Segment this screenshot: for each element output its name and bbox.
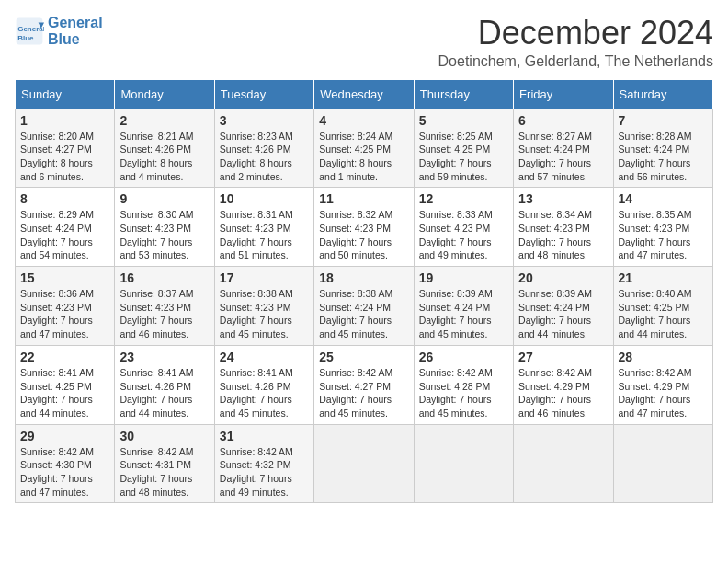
calendar-cell: 10Sunrise: 8:31 AMSunset: 4:23 PMDayligh… [214, 188, 313, 267]
day-info: Sunrise: 8:37 AMSunset: 4:23 PMDaylight:… [119, 287, 209, 341]
day-number: 24 [220, 350, 309, 364]
day-number: 7 [619, 113, 708, 128]
day-number: 28 [619, 350, 708, 364]
calendar-cell: 3Sunrise: 8:23 AMSunset: 4:26 PMDaylight… [214, 109, 313, 188]
day-info: Sunrise: 8:38 AMSunset: 4:24 PMDaylight:… [319, 287, 408, 341]
calendar-cell: 27Sunrise: 8:42 AMSunset: 4:29 PMDayligh… [514, 345, 613, 424]
calendar-cell [613, 424, 712, 503]
day-info: Sunrise: 8:23 AMSunset: 4:26 PMDaylight:… [220, 130, 309, 184]
day-number: 30 [119, 429, 209, 443]
calendar-week-3: 15Sunrise: 8:36 AMSunset: 4:23 PMDayligh… [16, 267, 713, 346]
day-number: 10 [220, 191, 309, 206]
calendar-cell: 19Sunrise: 8:39 AMSunset: 4:24 PMDayligh… [414, 267, 513, 346]
day-number: 3 [220, 113, 309, 128]
day-info: Sunrise: 8:38 AMSunset: 4:23 PMDaylight:… [220, 287, 309, 341]
day-info: Sunrise: 8:33 AMSunset: 4:23 PMDaylight:… [419, 208, 508, 262]
weekday-header-friday: Friday [514, 79, 613, 109]
logo-icon: General Blue [15, 17, 44, 46]
day-number: 21 [619, 270, 708, 285]
subtitle: Doetinchem, Gelderland, The Netherlands [438, 53, 713, 70]
calendar-cell: 24Sunrise: 8:41 AMSunset: 4:26 PMDayligh… [214, 345, 313, 424]
calendar-cell: 18Sunrise: 8:38 AMSunset: 4:24 PMDayligh… [314, 267, 414, 346]
weekday-header-saturday: Saturday [613, 79, 712, 109]
calendar-cell: 2Sunrise: 8:21 AMSunset: 4:26 PMDaylight… [115, 109, 214, 188]
day-info: Sunrise: 8:32 AMSunset: 4:23 PMDaylight:… [319, 208, 408, 262]
header: General Blue General Blue December 2024 … [15, 15, 713, 70]
day-info: Sunrise: 8:24 AMSunset: 4:25 PMDaylight:… [319, 130, 408, 184]
day-number: 25 [319, 350, 408, 364]
calendar-cell: 13Sunrise: 8:34 AMSunset: 4:23 PMDayligh… [514, 188, 613, 267]
day-info: Sunrise: 8:30 AMSunset: 4:23 PMDaylight:… [119, 208, 209, 262]
day-number: 27 [518, 350, 608, 364]
day-info: Sunrise: 8:42 AMSunset: 4:32 PMDaylight:… [220, 445, 309, 500]
calendar-week-1: 1Sunrise: 8:20 AMSunset: 4:27 PMDaylight… [16, 109, 713, 188]
day-info: Sunrise: 8:42 AMSunset: 4:29 PMDaylight:… [518, 366, 608, 420]
day-info: Sunrise: 8:34 AMSunset: 4:23 PMDaylight:… [518, 208, 608, 262]
day-number: 11 [319, 191, 408, 206]
calendar-cell: 5Sunrise: 8:25 AMSunset: 4:25 PMDaylight… [414, 109, 513, 188]
calendar-table: SundayMondayTuesdayWednesdayThursdayFrid… [15, 79, 713, 504]
day-number: 8 [20, 191, 109, 206]
calendar-cell: 17Sunrise: 8:38 AMSunset: 4:23 PMDayligh… [214, 267, 313, 346]
logo-text: General Blue [48, 15, 103, 47]
day-number: 31 [220, 429, 309, 443]
calendar-cell [514, 424, 613, 503]
day-number: 15 [20, 270, 109, 285]
calendar-cell [314, 424, 414, 503]
day-number: 18 [319, 270, 408, 285]
calendar-week-4: 22Sunrise: 8:41 AMSunset: 4:25 PMDayligh… [16, 345, 713, 424]
calendar-cell: 25Sunrise: 8:42 AMSunset: 4:27 PMDayligh… [314, 345, 414, 424]
calendar-cell: 9Sunrise: 8:30 AMSunset: 4:23 PMDaylight… [115, 188, 214, 267]
day-number: 29 [20, 429, 109, 443]
day-info: Sunrise: 8:35 AMSunset: 4:23 PMDaylight:… [619, 208, 708, 262]
day-info: Sunrise: 8:42 AMSunset: 4:27 PMDaylight:… [319, 366, 408, 420]
day-info: Sunrise: 8:25 AMSunset: 4:25 PMDaylight:… [419, 130, 508, 184]
day-info: Sunrise: 8:31 AMSunset: 4:23 PMDaylight:… [220, 208, 309, 262]
calendar-week-2: 8Sunrise: 8:29 AMSunset: 4:24 PMDaylight… [16, 188, 713, 267]
day-info: Sunrise: 8:41 AMSunset: 4:26 PMDaylight:… [220, 366, 309, 420]
weekday-header-sunday: Sunday [16, 79, 115, 109]
calendar-cell: 7Sunrise: 8:28 AMSunset: 4:24 PMDaylight… [613, 109, 712, 188]
calendar-cell: 22Sunrise: 8:41 AMSunset: 4:25 PMDayligh… [16, 345, 115, 424]
day-number: 26 [419, 350, 508, 364]
day-number: 5 [419, 113, 508, 128]
day-info: Sunrise: 8:36 AMSunset: 4:23 PMDaylight:… [20, 287, 109, 341]
day-info: Sunrise: 8:42 AMSunset: 4:30 PMDaylight:… [20, 445, 109, 500]
day-info: Sunrise: 8:42 AMSunset: 4:28 PMDaylight:… [419, 366, 508, 420]
day-number: 19 [419, 270, 508, 285]
calendar-cell: 16Sunrise: 8:37 AMSunset: 4:23 PMDayligh… [115, 267, 214, 346]
day-number: 12 [419, 191, 508, 206]
day-info: Sunrise: 8:21 AMSunset: 4:26 PMDaylight:… [119, 130, 209, 184]
weekday-header-tuesday: Tuesday [214, 79, 313, 109]
calendar-week-5: 29Sunrise: 8:42 AMSunset: 4:30 PMDayligh… [16, 424, 713, 503]
weekday-header-wednesday: Wednesday [314, 79, 414, 109]
day-info: Sunrise: 8:42 AMSunset: 4:29 PMDaylight:… [619, 366, 708, 420]
calendar-cell [414, 424, 513, 503]
calendar-cell: 15Sunrise: 8:36 AMSunset: 4:23 PMDayligh… [16, 267, 115, 346]
day-info: Sunrise: 8:42 AMSunset: 4:31 PMDaylight:… [119, 445, 209, 500]
day-number: 13 [518, 191, 608, 206]
day-info: Sunrise: 8:41 AMSunset: 4:26 PMDaylight:… [119, 366, 209, 420]
calendar-cell: 28Sunrise: 8:42 AMSunset: 4:29 PMDayligh… [613, 345, 712, 424]
day-number: 22 [20, 350, 109, 364]
svg-text:Blue: Blue [17, 33, 34, 41]
weekday-header-row: SundayMondayTuesdayWednesdayThursdayFrid… [16, 79, 713, 109]
calendar-cell: 31Sunrise: 8:42 AMSunset: 4:32 PMDayligh… [214, 424, 313, 503]
logo: General Blue General Blue [15, 15, 103, 47]
day-info: Sunrise: 8:29 AMSunset: 4:24 PMDaylight:… [20, 208, 109, 262]
day-number: 14 [619, 191, 708, 206]
calendar-cell: 23Sunrise: 8:41 AMSunset: 4:26 PMDayligh… [115, 345, 214, 424]
calendar-cell: 11Sunrise: 8:32 AMSunset: 4:23 PMDayligh… [314, 188, 414, 267]
day-info: Sunrise: 8:27 AMSunset: 4:24 PMDaylight:… [518, 130, 608, 184]
weekday-header-monday: Monday [115, 79, 214, 109]
day-number: 17 [220, 270, 309, 285]
day-number: 9 [119, 191, 209, 206]
day-number: 2 [119, 113, 209, 128]
day-number: 23 [119, 350, 209, 364]
calendar-cell: 6Sunrise: 8:27 AMSunset: 4:24 PMDaylight… [514, 109, 613, 188]
day-info: Sunrise: 8:20 AMSunset: 4:27 PMDaylight:… [20, 130, 109, 184]
weekday-header-thursday: Thursday [414, 79, 513, 109]
calendar-cell: 29Sunrise: 8:42 AMSunset: 4:30 PMDayligh… [16, 424, 115, 503]
main-title: December 2024 [438, 15, 713, 52]
day-number: 20 [518, 270, 608, 285]
